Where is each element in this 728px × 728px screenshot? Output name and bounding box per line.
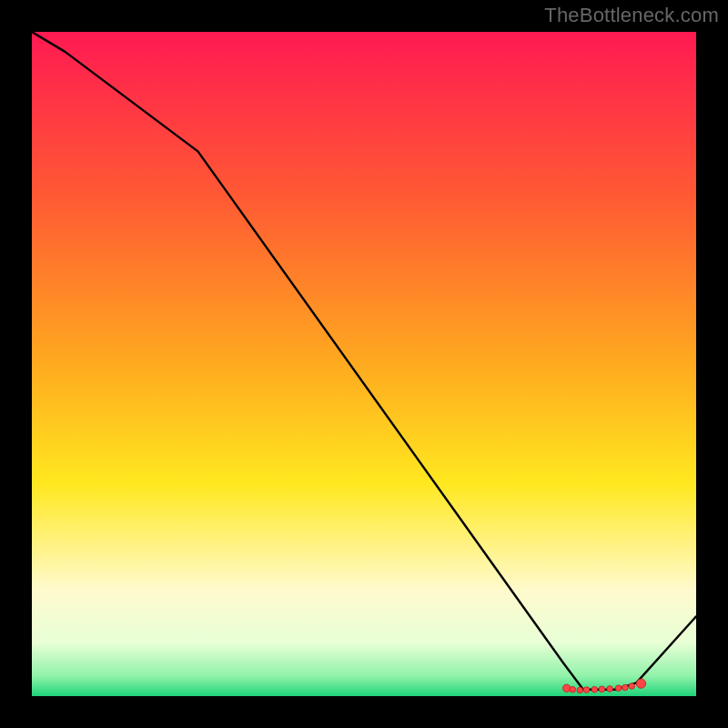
- marker-dot: [629, 683, 635, 690]
- chart-frame: TheBottleneck.com: [0, 0, 728, 728]
- marker-dot: [636, 679, 645, 688]
- gradient-background: [32, 32, 696, 696]
- marker-dot: [615, 685, 622, 692]
- chart-plot-area: [32, 32, 696, 696]
- marker-dot: [570, 686, 576, 693]
- marker-dot: [577, 687, 583, 693]
- watermark-text: TheBottleneck.com: [544, 4, 719, 27]
- marker-dot: [562, 684, 570, 692]
- marker-dot: [622, 684, 629, 691]
- marker-dot: [583, 687, 590, 693]
- chart-svg: [32, 32, 696, 696]
- marker-dot: [599, 686, 605, 693]
- marker-dot: [607, 686, 613, 693]
- marker-dot: [592, 686, 598, 693]
